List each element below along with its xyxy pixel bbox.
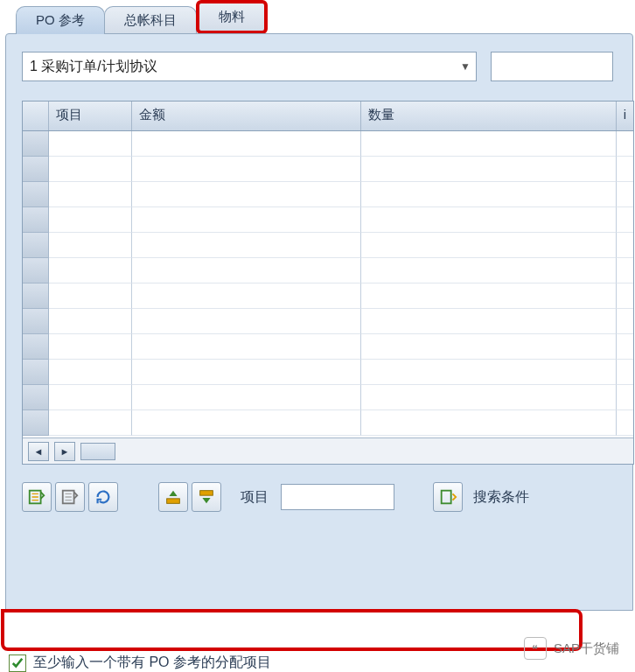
reference-number-input[interactable]: [491, 52, 613, 81]
table-row[interactable]: [23, 157, 633, 182]
table-row[interactable]: [23, 309, 633, 334]
col-item[interactable]: 项目: [49, 102, 132, 130]
tab-po-reference[interactable]: PO 参考: [16, 6, 105, 34]
status-bar: 至少输入一个带有 PO 参考的分配项目: [9, 654, 271, 672]
chevron-down-icon: ▼: [460, 60, 471, 73]
col-qty[interactable]: 数量: [361, 102, 617, 130]
dropdown-value: 1 采购订单/计划协议: [30, 58, 157, 76]
scroll-thumb[interactable]: [80, 443, 115, 460]
check-icon: [9, 654, 26, 672]
grid-body: [23, 131, 633, 438]
wechat-icon: ❝: [524, 637, 547, 660]
tab-strip: PO 参考 总帐科目 物料: [16, 5, 635, 33]
item-input[interactable]: [281, 484, 394, 510]
table-row[interactable]: [23, 207, 633, 233]
table-row[interactable]: [23, 233, 633, 258]
tab-gl-account[interactable]: 总帐科目: [104, 6, 197, 34]
svg-rect-2: [167, 499, 180, 504]
search-label: 搜索条件: [473, 488, 529, 507]
items-grid: 项目 金额 数量 i ◄ ►: [22, 101, 634, 465]
col-amount[interactable]: 金额: [132, 102, 361, 130]
filter-row: 1 采购订单/计划协议 ▼: [22, 52, 629, 81]
table-row[interactable]: [23, 284, 633, 309]
grid-toolbar: 项目 搜索条件: [22, 482, 629, 512]
table-row[interactable]: [23, 182, 633, 207]
select-all-button[interactable]: [22, 482, 52, 512]
scroll-left-icon[interactable]: ◄: [28, 442, 49, 461]
col-more[interactable]: i: [617, 102, 633, 130]
deselect-all-button[interactable]: [55, 482, 85, 512]
watermark-text: SAP干货铺: [554, 640, 619, 657]
table-row[interactable]: [23, 410, 633, 436]
table-row[interactable]: [23, 360, 633, 385]
sort-desc-button[interactable]: [192, 482, 221, 512]
status-highlight-box: [1, 609, 583, 651]
table-row[interactable]: [23, 258, 633, 284]
grid-scrollbar[interactable]: ◄ ►: [23, 438, 633, 464]
svg-rect-6: [442, 491, 451, 504]
table-row[interactable]: [23, 385, 633, 410]
reference-type-dropdown[interactable]: 1 采购订单/计划协议 ▼: [22, 52, 477, 81]
table-row[interactable]: [23, 131, 633, 157]
tab-material[interactable]: 物料: [196, 0, 268, 34]
sort-asc-button[interactable]: [158, 482, 188, 512]
svg-rect-4: [200, 491, 213, 496]
watermark: ❝ SAP干货铺: [524, 637, 619, 660]
col-selector[interactable]: [23, 102, 49, 130]
status-message: 至少输入一个带有 PO 参考的分配项目: [33, 654, 271, 672]
scroll-right-icon[interactable]: ►: [54, 442, 75, 461]
search-criteria-button[interactable]: [433, 482, 463, 512]
grid-header: 项目 金额 数量 i: [23, 102, 633, 131]
table-row[interactable]: [23, 334, 633, 360]
content-panel: 1 采购订单/计划协议 ▼ 项目 金额 数量 i ◄: [5, 33, 633, 611]
item-label: 项目: [241, 488, 269, 507]
refresh-button[interactable]: [88, 482, 118, 512]
